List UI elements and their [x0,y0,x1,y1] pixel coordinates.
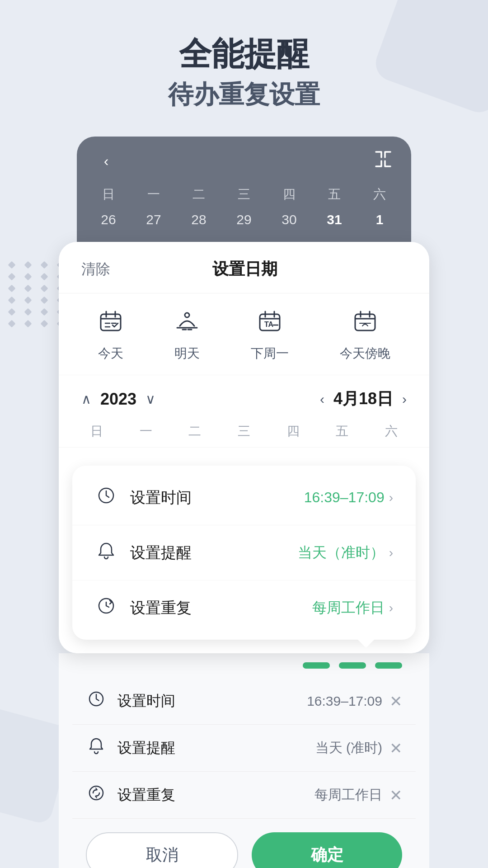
app-repeat-icon [86,784,107,806]
app-set-repeat-value: 每周工作日 [314,786,382,804]
year-nav: ∧ 2023 ∨ [81,390,155,409]
weekday-header: 日 一 二 三 四 五 六 [77,182,411,207]
action-buttons: 取消 确定 [72,819,416,868]
reminder-icon [95,542,117,564]
app-time-icon [86,690,107,712]
svg-point-1 [185,313,189,317]
date-28[interactable]: 28 [176,207,221,233]
settings-panel: 设置时间 16:39–17:09 › 设置提醒 当天（准时） › [72,466,416,640]
green-peek-2 [339,662,366,669]
cal-tue: 二 [170,423,220,440]
date-1[interactable]: 1 [357,207,402,233]
date-picker-title: 设置日期 [212,258,277,280]
quick-date-tonight[interactable]: 今天傍晚 [340,310,390,362]
app-set-reminder-close[interactable]: ✕ [389,739,402,757]
calendar-weekday-row: 日 一 二 三 四 五 六 [59,423,429,448]
quick-date-today[interactable]: 今天 [98,310,123,362]
app-set-repeat-label: 设置重复 [117,785,314,805]
set-reminder-arrow: › [389,546,393,560]
date-27[interactable]: 27 [131,207,176,233]
app-set-time-value: 16:39–17:09 [307,693,382,709]
month-display: 4月18日 [333,388,393,410]
green-peek [59,653,429,669]
settings-panel-wrapper: 设置时间 16:39–17:09 › 设置提醒 当天（准时） › [59,466,429,640]
date-31[interactable]: 31 [312,207,357,233]
svg-text:TA: TA [264,321,274,328]
quick-dates-row: 今天 明天 [59,293,429,375]
month-nav: ‹ 4月18日 › [320,388,407,410]
repeat-icon [95,597,117,619]
weekday-sat: 六 [357,182,402,207]
hero-section: 全能提醒 待办重复设置 [0,0,488,137]
date-picker-header: 清除 设置日期 [59,242,429,293]
green-peek-3 [375,662,402,669]
calendar-background-card: ‹ 日 一 二 三 四 五 六 26 27 28 29 30 31 1 [77,137,411,242]
weekday-mon: 一 [131,182,176,207]
set-reminder-row[interactable]: 设置提醒 当天（准时） › [72,525,416,580]
svg-rect-4 [355,314,375,330]
tomorrow-icon [175,310,199,339]
cal-thu: 四 [268,423,318,440]
date-picker-modal: 清除 设置日期 今天 [59,242,429,653]
today-label: 今天 [98,345,123,362]
tonight-label: 今天傍晚 [340,345,390,362]
app-set-reminder-value: 当天 (准时) [315,739,382,757]
set-reminder-value: 当天（准时） [298,543,385,563]
cal-mon: 一 [122,423,171,440]
set-repeat-arrow: › [389,601,393,615]
app-reminder-icon [86,737,107,759]
back-button[interactable]: ‹ [95,150,117,173]
set-time-row[interactable]: 设置时间 16:39–17:09 › [72,470,416,525]
set-reminder-label: 设置提醒 [130,542,298,563]
weekday-sun: 日 [86,182,131,207]
set-time-value: 16:39–17:09 [304,489,385,506]
year-month-navigation: ∧ 2023 ∨ ‹ 4月18日 › [59,375,429,423]
calendar-nav: ‹ [77,137,411,182]
set-repeat-value: 每周工作日 [312,598,385,618]
app-set-repeat-close[interactable]: ✕ [389,786,402,804]
quick-date-next-monday[interactable]: TA 下周一 [251,310,289,362]
app-set-reminder-row[interactable]: 设置提醒 当天 (准时) ✕ [72,725,416,772]
year-down-arrow[interactable]: ∨ [145,391,155,407]
date-30[interactable]: 30 [267,207,312,233]
next-monday-label: 下周一 [251,345,289,362]
cal-wed: 三 [220,423,269,440]
weekday-fri: 五 [312,182,357,207]
set-time-arrow: › [389,491,393,505]
clear-button[interactable]: 清除 [81,259,110,279]
confirm-button[interactable]: 确定 [252,832,402,868]
set-repeat-label: 设置重复 [130,598,312,618]
month-prev-arrow[interactable]: ‹ [320,392,324,407]
next-monday-icon: TA [258,310,282,339]
green-peek-1 [303,662,330,669]
app-set-repeat-row[interactable]: 设置重复 每周工作日 ✕ [72,772,416,819]
quick-date-tomorrow[interactable]: 明天 [174,310,200,362]
set-repeat-row[interactable]: 设置重复 每周工作日 › [72,580,416,635]
app-mockup: ‹ 日 一 二 三 四 五 六 26 27 28 29 30 31 1 [59,137,429,868]
tooltip-arrow [357,639,375,648]
weekday-wed: 三 [221,182,267,207]
cancel-button[interactable]: 取消 [86,832,238,868]
app-set-time-label: 设置时间 [117,691,307,711]
today-icon [99,310,122,339]
year-up-arrow[interactable]: ∧ [81,391,91,407]
weekday-tue: 二 [176,182,221,207]
expand-button[interactable] [373,149,393,173]
date-row: 26 27 28 29 30 31 1 [77,207,411,242]
app-set-time-close[interactable]: ✕ [389,692,402,710]
month-next-arrow[interactable]: › [402,392,407,407]
app-set-reminder-label: 设置提醒 [117,738,315,758]
hero-subtitle: 待办重复设置 [36,79,452,109]
cal-sun: 日 [72,423,122,440]
hero-title: 全能提醒 [36,36,452,72]
date-26[interactable]: 26 [86,207,131,233]
tomorrow-label: 明天 [174,345,200,362]
year-display: 2023 [100,390,136,409]
tonight-icon [353,310,377,339]
app-bottom-section: 设置时间 16:39–17:09 ✕ 设置提醒 当天 (准时) ✕ [59,669,429,868]
app-set-time-row[interactable]: 设置时间 16:39–17:09 ✕ [72,678,416,725]
date-29[interactable]: 29 [221,207,267,233]
weekday-thu: 四 [267,182,312,207]
set-time-label: 设置时间 [130,487,304,508]
time-icon [95,486,117,509]
